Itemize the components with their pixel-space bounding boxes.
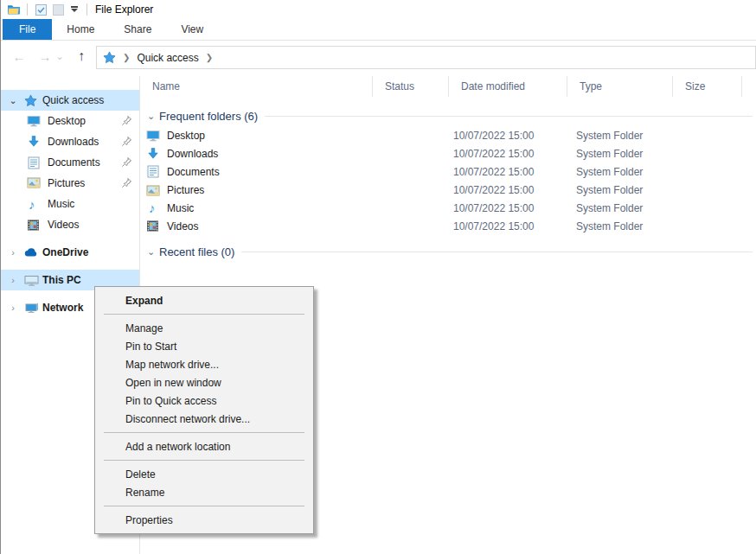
- videos-icon: [146, 220, 159, 232]
- sidebar-item-music[interactable]: ♪ Music: [1, 194, 139, 214]
- sidebar-item-onedrive[interactable]: › OneDrive: [1, 242, 139, 263]
- music-note-icon: ♪: [29, 198, 35, 211]
- column-header-type[interactable]: Type: [567, 76, 673, 97]
- column-header-status[interactable]: Status: [373, 76, 449, 97]
- music-note-icon: ♪: [149, 201, 156, 214]
- explorer-folder-icon: [5, 2, 22, 17]
- menu-item-pin-to-start[interactable]: Pin to Start: [95, 337, 313, 355]
- videos-icon: [27, 219, 40, 232]
- sidebar-item-videos[interactable]: Videos: [1, 214, 139, 235]
- file-row-videos[interactable]: Videos 10/07/2022 15:00 System Folder: [140, 218, 756, 236]
- recent-locations-dropdown[interactable]: ⌄: [53, 45, 67, 67]
- pictures-icon: [27, 177, 41, 189]
- title-bar: File Explorer: [1, 0, 756, 19]
- file-row-music[interactable]: ♪ Music 10/07/2022 15:00 System Folder: [140, 200, 756, 218]
- sidebar-item-label: Quick access: [42, 94, 104, 106]
- properties-qat-button[interactable]: [32, 2, 49, 17]
- quick-access-star-icon: [103, 51, 116, 64]
- chevron-down-icon[interactable]: ⌄: [147, 111, 159, 122]
- group-divider-line: [241, 252, 753, 252]
- menu-separator: [104, 460, 304, 461]
- dropdown-bar: [71, 6, 78, 8]
- customize-quick-access-toolbar-dropdown[interactable]: [67, 2, 82, 17]
- sidebar-item-label: Pictures: [48, 177, 85, 189]
- divider: [27, 3, 28, 16]
- column-header-date-modified[interactable]: Date modified: [449, 76, 567, 97]
- this-pc-icon: [24, 274, 39, 287]
- sidebar-item-label: Downloads: [48, 136, 99, 148]
- chevron-right-icon[interactable]: ›: [7, 275, 19, 285]
- ribbon-tabs: File Home Share View: [1, 19, 756, 41]
- sidebar-item-desktop[interactable]: Desktop: [1, 111, 139, 131]
- menu-item-add-a-network-location[interactable]: Add a network location: [95, 437, 313, 455]
- menu-item-manage[interactable]: Manage: [95, 319, 313, 337]
- pin-icon: [121, 115, 132, 126]
- chevron-right-icon[interactable]: ›: [7, 302, 19, 313]
- documents-icon: [147, 165, 159, 178]
- tab-view[interactable]: View: [166, 19, 218, 40]
- sidebar-item-documents[interactable]: Documents: [1, 152, 139, 173]
- menu-separator: [104, 506, 304, 506]
- tab-home[interactable]: Home: [52, 19, 109, 40]
- breadcrumb-chevron-icon: ❯: [116, 53, 137, 62]
- quick-access-star-icon: [24, 94, 37, 107]
- column-headers: Name Status Date modified Type Size: [140, 76, 756, 97]
- pin-icon: [121, 156, 132, 168]
- menu-item-delete[interactable]: Delete: [95, 465, 313, 483]
- pin-icon: [121, 136, 132, 147]
- group-divider-line: [265, 116, 753, 117]
- menu-separator: [104, 432, 304, 433]
- menu-item-map-network-drive[interactable]: Map network drive...: [95, 355, 313, 373]
- sidebar-item-label: Network: [42, 302, 83, 314]
- chevron-down-icon[interactable]: ⌄: [147, 246, 159, 258]
- up-button[interactable]: ↑: [70, 45, 93, 67]
- menu-item-disconnect-network-drive[interactable]: Disconnect network drive...: [95, 410, 313, 428]
- sidebar-item-quick-access[interactable]: ⌄ Quick access: [1, 90, 139, 111]
- this-pc-context-menu: Expand Manage Pin to Start Map network d…: [94, 286, 314, 534]
- onedrive-cloud-icon: [24, 247, 39, 258]
- file-row-downloads[interactable]: Downloads 10/07/2022 15:00 System Folder: [140, 145, 756, 163]
- tab-file[interactable]: File: [3, 19, 52, 40]
- navigation-bar: ← → ⌄ ↑ ❯ Quick access ❯: [1, 41, 756, 76]
- sidebar-item-label: Music: [48, 198, 74, 210]
- column-header-name[interactable]: Name: [140, 76, 373, 97]
- file-row-documents[interactable]: Documents 10/07/2022 15:00 System Folder: [140, 163, 756, 181]
- menu-item-expand[interactable]: Expand: [95, 291, 313, 309]
- address-bar[interactable]: ❯ Quick access ❯: [96, 46, 756, 69]
- sidebar-item-label: Desktop: [48, 115, 86, 127]
- menu-item-properties[interactable]: Properties: [95, 511, 313, 529]
- downloads-icon: [146, 147, 160, 161]
- sidebar-item-label: OneDrive: [42, 246, 88, 258]
- new-folder-qat-button-disabled: [49, 2, 67, 17]
- file-explorer-window: File Explorer File Home Share View ← → ⌄…: [0, 0, 756, 554]
- sidebar-item-downloads[interactable]: Downloads: [1, 131, 139, 152]
- tab-share[interactable]: Share: [109, 19, 166, 40]
- group-header-frequent-folders[interactable]: ⌄ Frequent folders (6): [147, 107, 753, 124]
- back-button[interactable]: ←: [8, 45, 30, 67]
- sidebar-item-label: This PC: [42, 274, 81, 286]
- breadcrumb-chevron-icon[interactable]: ❯: [199, 53, 220, 62]
- sidebar-item-label: Documents: [48, 156, 100, 169]
- sidebar-item-pictures[interactable]: Pictures: [1, 173, 139, 194]
- chevron-down-icon[interactable]: ⌄: [7, 95, 19, 106]
- desktop-icon: [27, 114, 41, 128]
- column-header-size[interactable]: Size: [673, 76, 742, 97]
- pictures-icon: [146, 185, 160, 197]
- downloads-icon: [27, 135, 41, 149]
- breadcrumb-location[interactable]: Quick access: [137, 52, 198, 64]
- chevron-right-icon[interactable]: ›: [7, 247, 19, 258]
- documents-icon: [28, 156, 40, 169]
- pin-icon: [121, 177, 132, 188]
- sidebar-item-label: Videos: [48, 219, 79, 231]
- menu-item-open-in-new-window[interactable]: Open in new window: [95, 373, 313, 392]
- divider: [86, 3, 87, 16]
- window-title: File Explorer: [95, 3, 153, 16]
- menu-separator: [104, 314, 304, 315]
- menu-item-pin-to-quick-access[interactable]: Pin to Quick access: [95, 392, 313, 410]
- group-header-recent-files[interactable]: ⌄ Recent files (0): [147, 243, 753, 260]
- desktop-icon: [146, 129, 160, 143]
- network-icon: [24, 302, 39, 314]
- file-row-desktop[interactable]: Desktop 10/07/2022 15:00 System Folder: [140, 127, 756, 145]
- file-row-pictures[interactable]: Pictures 10/07/2022 15:00 System Folder: [140, 181, 756, 200]
- menu-item-rename[interactable]: Rename: [95, 483, 313, 501]
